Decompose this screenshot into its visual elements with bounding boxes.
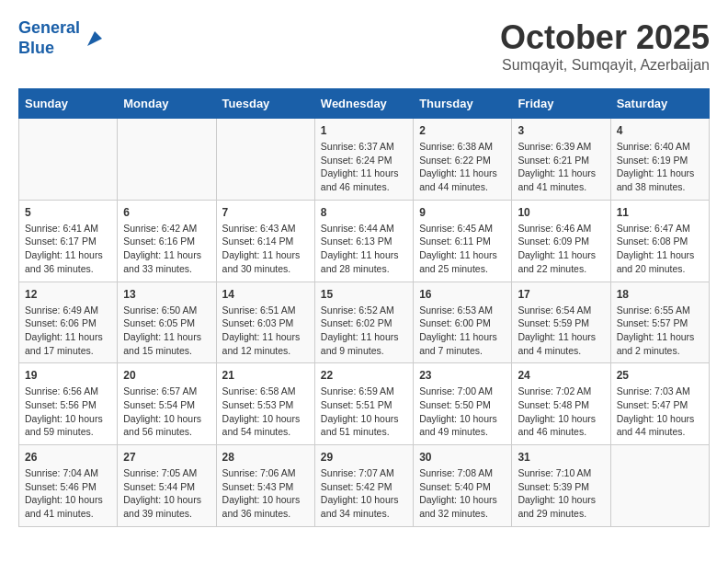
calendar-cell: 23Sunrise: 7:00 AM Sunset: 5:50 PM Dayli… [414,363,512,445]
day-number: 17 [518,288,604,301]
day-info: Sunrise: 6:58 AM Sunset: 5:53 PM Dayligh… [222,385,309,439]
weekday-header-tuesday: Tuesday [216,89,314,119]
calendar-cell [19,119,118,201]
day-info: Sunrise: 6:47 AM Sunset: 6:08 PM Dayligh… [617,222,703,276]
calendar-cell: 28Sunrise: 7:06 AM Sunset: 5:43 PM Dayli… [216,445,314,527]
day-info: Sunrise: 6:40 AM Sunset: 6:19 PM Dayligh… [617,140,703,194]
day-info: Sunrise: 7:07 AM Sunset: 5:42 PM Dayligh… [321,466,407,521]
day-info: Sunrise: 7:05 AM Sunset: 5:44 PM Dayligh… [123,466,210,521]
calendar-cell: 6Sunrise: 6:42 AM Sunset: 6:16 PM Daylig… [118,200,216,282]
day-number: 19 [25,369,111,382]
calendar-cell: 3Sunrise: 6:39 AM Sunset: 6:21 PM Daylig… [512,119,610,201]
day-number: 29 [321,451,407,464]
calendar-table: SundayMondayTuesdayWednesdayThursdayFrid… [18,88,710,527]
day-info: Sunrise: 6:46 AM Sunset: 6:09 PM Dayligh… [518,222,604,276]
day-number: 31 [518,451,604,464]
day-number: 1 [321,124,407,137]
day-number: 4 [617,124,703,137]
weekday-header-row: SundayMondayTuesdayWednesdayThursdayFrid… [19,89,710,119]
calendar-cell: 9Sunrise: 6:45 AM Sunset: 6:11 PM Daylig… [414,200,512,282]
weekday-header-wednesday: Wednesday [314,89,413,119]
day-number: 20 [123,369,210,382]
calendar-cell: 14Sunrise: 6:51 AM Sunset: 6:03 PM Dayli… [216,282,314,363]
calendar-cell: 29Sunrise: 7:07 AM Sunset: 5:42 PM Dayli… [314,445,413,527]
day-info: Sunrise: 7:03 AM Sunset: 5:47 PM Dayligh… [617,385,703,439]
day-number: 5 [25,206,111,219]
calendar-cell: 22Sunrise: 6:59 AM Sunset: 5:51 PM Dayli… [314,363,413,445]
calendar-cell: 7Sunrise: 6:43 AM Sunset: 6:14 PM Daylig… [216,200,314,282]
day-info: Sunrise: 6:42 AM Sunset: 6:16 PM Dayligh… [123,222,210,276]
day-info: Sunrise: 6:59 AM Sunset: 5:51 PM Dayligh… [321,385,407,439]
title-block: October 2025 Sumqayit, Sumqayit, Azerbai… [500,18,710,74]
weekday-header-monday: Monday [118,89,216,119]
day-info: Sunrise: 6:38 AM Sunset: 6:22 PM Dayligh… [419,140,506,194]
week-row-4: 19Sunrise: 6:56 AM Sunset: 5:56 PM Dayli… [19,363,710,445]
week-row-1: 1Sunrise: 6:37 AM Sunset: 6:24 PM Daylig… [19,119,710,201]
calendar-cell: 13Sunrise: 6:50 AM Sunset: 6:05 PM Dayli… [118,282,216,363]
day-number: 2 [419,124,506,137]
svg-marker-0 [87,31,102,46]
page-header: GeneralBlue October 2025 Sumqayit, Sumqa… [18,18,710,74]
logo-icon [84,28,106,50]
calendar-cell: 24Sunrise: 7:02 AM Sunset: 5:48 PM Dayli… [512,363,610,445]
day-info: Sunrise: 7:10 AM Sunset: 5:39 PM Dayligh… [518,466,604,521]
day-number: 27 [123,451,210,464]
day-info: Sunrise: 6:52 AM Sunset: 6:02 PM Dayligh… [321,304,407,358]
day-info: Sunrise: 7:08 AM Sunset: 5:40 PM Dayligh… [419,466,506,521]
weekday-header-sunday: Sunday [19,89,118,119]
day-number: 7 [222,206,309,219]
day-info: Sunrise: 6:41 AM Sunset: 6:17 PM Dayligh… [25,222,111,276]
day-info: Sunrise: 7:06 AM Sunset: 5:43 PM Dayligh… [222,466,309,521]
day-number: 10 [518,206,604,219]
day-number: 21 [222,369,309,382]
calendar-cell [118,119,216,201]
calendar-cell: 12Sunrise: 6:49 AM Sunset: 6:06 PM Dayli… [19,282,118,363]
day-info: Sunrise: 7:04 AM Sunset: 5:46 PM Dayligh… [25,466,111,521]
day-number: 12 [25,288,111,301]
day-info: Sunrise: 6:37 AM Sunset: 6:24 PM Dayligh… [321,140,407,194]
calendar-cell: 26Sunrise: 7:04 AM Sunset: 5:46 PM Dayli… [19,445,118,527]
day-number: 16 [419,288,506,301]
day-number: 13 [123,288,210,301]
day-number: 18 [617,288,703,301]
day-number: 11 [617,206,703,219]
day-info: Sunrise: 6:56 AM Sunset: 5:56 PM Dayligh… [25,385,111,439]
day-info: Sunrise: 7:02 AM Sunset: 5:48 PM Dayligh… [518,385,604,439]
day-number: 3 [518,124,604,137]
calendar-cell [216,119,314,201]
calendar-cell [610,445,709,527]
logo-text: GeneralBlue [18,18,80,58]
day-info: Sunrise: 6:55 AM Sunset: 5:57 PM Dayligh… [617,304,703,358]
day-info: Sunrise: 6:39 AM Sunset: 6:21 PM Dayligh… [518,140,604,194]
day-number: 28 [222,451,309,464]
calendar-cell: 15Sunrise: 6:52 AM Sunset: 6:02 PM Dayli… [314,282,413,363]
day-info: Sunrise: 6:45 AM Sunset: 6:11 PM Dayligh… [419,222,506,276]
day-info: Sunrise: 6:54 AM Sunset: 5:59 PM Dayligh… [518,304,604,358]
weekday-header-thursday: Thursday [414,89,512,119]
weekday-header-friday: Friday [512,89,610,119]
day-info: Sunrise: 6:43 AM Sunset: 6:14 PM Dayligh… [222,222,309,276]
calendar-cell: 4Sunrise: 6:40 AM Sunset: 6:19 PM Daylig… [610,119,709,201]
week-row-5: 26Sunrise: 7:04 AM Sunset: 5:46 PM Dayli… [19,445,710,527]
calendar-cell: 2Sunrise: 6:38 AM Sunset: 6:22 PM Daylig… [414,119,512,201]
calendar-cell: 10Sunrise: 6:46 AM Sunset: 6:09 PM Dayli… [512,200,610,282]
day-number: 25 [617,369,703,382]
calendar-cell: 11Sunrise: 6:47 AM Sunset: 6:08 PM Dayli… [610,200,709,282]
day-number: 26 [25,451,111,464]
day-info: Sunrise: 6:44 AM Sunset: 6:13 PM Dayligh… [321,222,407,276]
week-row-3: 12Sunrise: 6:49 AM Sunset: 6:06 PM Dayli… [19,282,710,363]
day-number: 24 [518,369,604,382]
calendar-cell: 17Sunrise: 6:54 AM Sunset: 5:59 PM Dayli… [512,282,610,363]
day-number: 23 [419,369,506,382]
calendar-cell: 19Sunrise: 6:56 AM Sunset: 5:56 PM Dayli… [19,363,118,445]
calendar-cell: 30Sunrise: 7:08 AM Sunset: 5:40 PM Dayli… [414,445,512,527]
weekday-header-saturday: Saturday [610,89,709,119]
calendar-cell: 16Sunrise: 6:53 AM Sunset: 6:00 PM Dayli… [414,282,512,363]
calendar-cell: 20Sunrise: 6:57 AM Sunset: 5:54 PM Dayli… [118,363,216,445]
day-number: 15 [321,288,407,301]
calendar-cell: 25Sunrise: 7:03 AM Sunset: 5:47 PM Dayli… [610,363,709,445]
calendar-cell: 31Sunrise: 7:10 AM Sunset: 5:39 PM Dayli… [512,445,610,527]
day-number: 30 [419,451,506,464]
location-subtitle: Sumqayit, Sumqayit, Azerbaijan [500,57,710,74]
day-info: Sunrise: 6:49 AM Sunset: 6:06 PM Dayligh… [25,304,111,358]
